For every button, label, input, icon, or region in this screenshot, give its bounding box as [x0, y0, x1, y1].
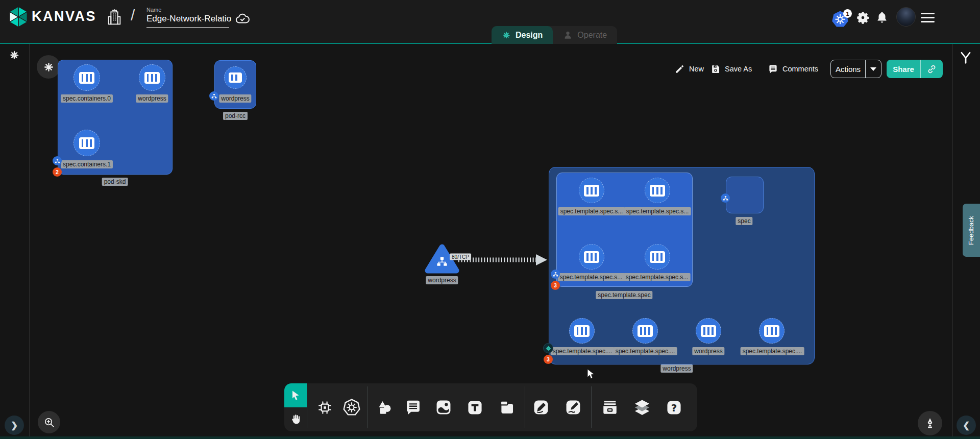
- group-spec[interactable]: [726, 177, 764, 213]
- container-icon: [650, 185, 665, 197]
- toolbar-divider: [307, 386, 307, 428]
- container-node[interactable]: [632, 318, 658, 344]
- shapes-icon: [376, 399, 393, 416]
- expand-left-panel-button[interactable]: ❯: [5, 416, 24, 435]
- component-swirl-badge[interactable]: [543, 343, 553, 353]
- pencil-icon: [565, 399, 582, 416]
- notifications-bell-icon[interactable]: [875, 11, 889, 24]
- container-icon: [584, 185, 599, 197]
- shapes-tool-button[interactable]: [374, 397, 395, 418]
- group-label: spec.template.spec: [596, 291, 652, 299]
- hamburger-menu-icon[interactable]: [921, 13, 935, 22]
- select-tool-button[interactable]: [284, 383, 307, 407]
- comments-button[interactable]: Comments: [768, 62, 818, 76]
- pen-nib-icon: [924, 417, 936, 429]
- chevron-down-icon[interactable]: [870, 67, 876, 71]
- container-node-wordpress[interactable]: [139, 64, 165, 91]
- merge-y-icon[interactable]: [959, 51, 972, 64]
- relationship-badge[interactable]: [53, 156, 62, 165]
- pen-tool-button[interactable]: [531, 397, 551, 418]
- user-avatar[interactable]: [896, 7, 916, 27]
- zoom-search-button[interactable]: [38, 411, 60, 433]
- container-node-wordpress-rcc[interactable]: [224, 66, 247, 89]
- image-tool-button[interactable]: [433, 397, 454, 418]
- drawer-tool-button[interactable]: [600, 397, 620, 418]
- container-icon: [764, 325, 779, 337]
- container-node[interactable]: [759, 318, 785, 344]
- chip-icon: [316, 399, 333, 416]
- node-label: spec.template.spec.s...: [624, 273, 691, 281]
- container-icon: [229, 72, 242, 83]
- relationship-badge[interactable]: [721, 193, 730, 203]
- collapse-right-panel-button[interactable]: ❮: [957, 416, 976, 435]
- node-label: wordpress: [692, 347, 724, 355]
- sketch-tool-button[interactable]: [563, 397, 583, 418]
- group-spec-template-spec[interactable]: [556, 173, 693, 287]
- note-tool-button[interactable]: [497, 397, 517, 418]
- organization-icon[interactable]: [106, 8, 122, 27]
- kubernetes-tool-button[interactable]: [341, 397, 362, 418]
- container-node[interactable]: [579, 244, 604, 270]
- relationship-badge[interactable]: [551, 270, 560, 279]
- group-label: pod-rcc: [223, 112, 248, 120]
- drawing-pen-button[interactable]: [918, 411, 942, 435]
- node-label: spec.template.spec.s...: [558, 273, 625, 281]
- feedback-tab[interactable]: Feedback: [963, 204, 980, 257]
- cursor-arrow-icon: [289, 389, 302, 402]
- settings-gear-icon[interactable]: [856, 11, 870, 25]
- actions-dropdown-button[interactable]: Actions: [830, 60, 881, 78]
- magnifier-plus-icon: [43, 417, 55, 428]
- container-node-spec-containers-0[interactable]: [74, 64, 100, 91]
- container-icon: [574, 325, 590, 337]
- name-label: Name: [146, 7, 229, 13]
- text-tool-button[interactable]: [464, 397, 485, 418]
- relationship-badge[interactable]: [209, 91, 218, 101]
- kubernetes-icon: [342, 398, 361, 417]
- container-node-spec-containers-1[interactable]: [74, 130, 100, 156]
- canvas-snap-settings-button[interactable]: [37, 55, 60, 79]
- kanvas-logo-icon[interactable]: [7, 6, 30, 28]
- design-name-field: Name Edge-Network-Relatio: [146, 7, 229, 28]
- share-button[interactable]: Share: [887, 60, 943, 78]
- container-node[interactable]: [696, 318, 721, 344]
- tab-design[interactable]: Design: [492, 26, 553, 44]
- floppy-icon: [710, 64, 720, 74]
- pan-tool-button[interactable]: [284, 407, 307, 431]
- operate-person-icon: [563, 30, 573, 40]
- tab-operate-label: Operate: [577, 31, 607, 40]
- asterisk-icon: [43, 62, 54, 72]
- container-node[interactable]: [645, 244, 670, 270]
- container-icon: [584, 251, 599, 263]
- new-button[interactable]: New: [675, 62, 704, 76]
- container-icon: [701, 325, 716, 337]
- node-label: wordpress: [136, 94, 168, 103]
- help-tool-button[interactable]: [664, 397, 684, 418]
- comment-icon: [768, 64, 778, 74]
- save-as-button[interactable]: Save As: [710, 62, 752, 76]
- tab-operate[interactable]: Operate: [553, 26, 617, 44]
- error-count-badge[interactable]: 2: [53, 167, 62, 177]
- kubernetes-context-count-badge[interactable]: 1: [843, 9, 852, 18]
- comment-tool-button[interactable]: [403, 397, 423, 418]
- node-label: spec.containers.1: [61, 160, 113, 168]
- note-icon: [498, 399, 516, 416]
- group-label: pod-skd: [102, 178, 128, 186]
- error-count-badge[interactable]: 3: [544, 355, 553, 364]
- sitemap-icon: [211, 93, 217, 99]
- layers-tool-button[interactable]: [632, 397, 652, 418]
- node-label: spec.template.spec....: [614, 347, 677, 355]
- drawer-icon: [601, 399, 619, 416]
- container-node[interactable]: [645, 178, 670, 203]
- components-tool-button[interactable]: [314, 397, 335, 418]
- toolbar-divider: [368, 386, 368, 428]
- share-link-icon[interactable]: [926, 64, 937, 75]
- error-count-badge[interactable]: 3: [551, 281, 560, 290]
- edge-arrowhead: [536, 254, 547, 265]
- history-spiral-icon[interactable]: [9, 50, 20, 61]
- container-node[interactable]: [579, 178, 604, 203]
- design-name-input[interactable]: Edge-Network-Relatio: [146, 14, 229, 28]
- container-icon: [638, 325, 653, 337]
- tab-design-label: Design: [516, 31, 543, 40]
- hand-icon: [289, 413, 302, 426]
- container-node[interactable]: [569, 318, 595, 344]
